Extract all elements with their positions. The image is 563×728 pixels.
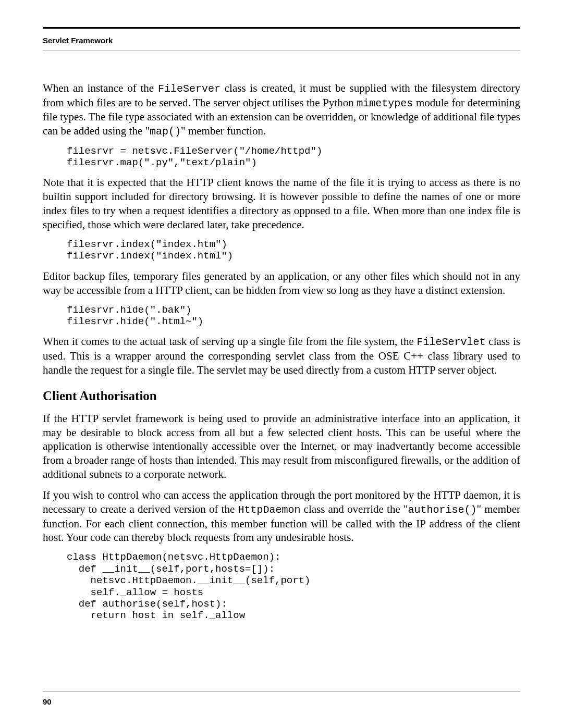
code-inline: FileServlet: [417, 336, 486, 348]
header-title: Servlet Framework: [43, 36, 113, 45]
code-block-1: filesrvr = netsvc.FileServer("/home/http…: [67, 145, 520, 169]
footer-rule: [43, 691, 520, 692]
text: " member function.: [181, 125, 266, 137]
code-inline: map(): [150, 126, 181, 138]
page-header: Servlet Framework: [43, 29, 520, 51]
paragraph-2: Note that it is expected that the HTTP c…: [43, 176, 520, 232]
text: class and override the ": [300, 503, 408, 515]
paragraph-3: Editor backup files, temporary files gen…: [43, 269, 520, 298]
code-block-3: filesrvr.hide(".bak") filesrvr.hide(".ht…: [67, 304, 520, 328]
paragraph-5: If the HTTP servlet framework is being u…: [43, 412, 520, 482]
text: When an instance of the: [43, 82, 158, 94]
code-inline: HttpDaemon: [238, 504, 300, 516]
text: When it comes to the actual task of serv…: [43, 335, 417, 348]
code-inline: authorise(): [408, 504, 476, 516]
page-number: 90: [43, 697, 52, 706]
paragraph-4: When it comes to the actual task of serv…: [43, 335, 520, 377]
section-heading: Client Authorisation: [43, 389, 520, 403]
code-block-2: filesrvr.index("index.htm") filesrvr.ind…: [67, 239, 520, 262]
paragraph-1: When an instance of the FileServer class…: [43, 81, 520, 139]
code-block-4: class HttpDaemon(netsvc.HttpDaemon): def…: [67, 551, 520, 621]
code-inline: mimetypes: [357, 97, 413, 109]
page-content: When an instance of the FileServer class…: [43, 51, 520, 622]
page: Servlet Framework When an instance of th…: [0, 0, 563, 728]
code-inline: FileServer: [158, 83, 221, 95]
paragraph-6: If you wish to control who can access th…: [43, 488, 520, 545]
